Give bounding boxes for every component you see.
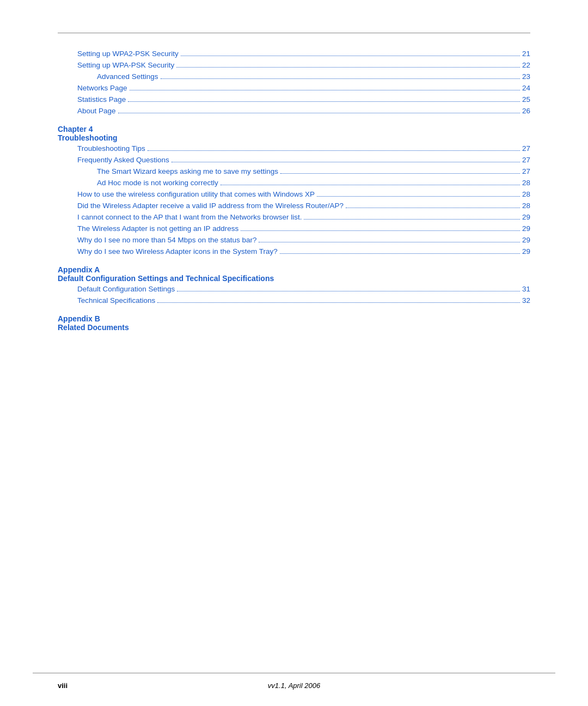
toc-entry-faq-valid-ip: Did the Wireless Adapter receive a valid… bbox=[58, 202, 530, 210]
toc-dots bbox=[118, 113, 520, 113]
toc-link-networks-page[interactable]: Networks Page bbox=[77, 84, 127, 92]
toc-section-appendixa: Default Configuration Settings 31 Techni… bbox=[58, 285, 530, 305]
chapter4-title: Troubleshooting bbox=[58, 133, 530, 142]
toc-link-advanced-settings[interactable]: Advanced Settings bbox=[97, 72, 158, 81]
toc-page-about-page: 26 bbox=[522, 107, 530, 115]
toc-link-faq-adhoc[interactable]: Ad Hoc mode is not working correctly bbox=[97, 179, 218, 187]
appendixa-heading: Appendix A Default Configuration Setting… bbox=[58, 265, 530, 283]
appendixb-label: Appendix B bbox=[58, 314, 530, 323]
toc-link-wpa-psk[interactable]: Setting up WPA-PSK Security bbox=[77, 61, 174, 69]
toc-entry-tech-specs: Technical Specifications 32 bbox=[58, 296, 530, 305]
toc-link-faq-two-icons[interactable]: Why do I see two Wireless Adapter icons … bbox=[77, 247, 278, 255]
appendixa-title: Default Configuration Settings and Techn… bbox=[58, 274, 530, 283]
toc-entry-default-config: Default Configuration Settings 31 bbox=[58, 285, 530, 293]
toc-link-default-config[interactable]: Default Configuration Settings bbox=[77, 285, 175, 293]
toc-dots bbox=[130, 90, 520, 90]
toc-page-faq-windows-xp: 28 bbox=[522, 190, 530, 198]
toc-page-faq-smart-wizard: 27 bbox=[522, 167, 530, 175]
toc-dots bbox=[346, 208, 520, 208]
toc-link-faq[interactable]: Frequently Asked Questions bbox=[77, 156, 169, 164]
toc-link-faq-no-ip[interactable]: The Wireless Adapter is not getting an I… bbox=[77, 224, 238, 233]
toc-entry-faq-smart-wizard: The Smart Wizard keeps asking me to save… bbox=[58, 167, 530, 175]
toc-entry-statistics-page: Statistics Page 25 bbox=[58, 95, 530, 104]
toc-page-troubleshooting-tips: 27 bbox=[522, 144, 530, 153]
toc-link-wpa2-psk[interactable]: Setting up WPA2-PSK Security bbox=[77, 50, 179, 58]
appendixa-label: Appendix A bbox=[58, 265, 530, 274]
toc-dots bbox=[171, 162, 520, 162]
toc-dots bbox=[220, 185, 520, 185]
toc-page-default-config: 31 bbox=[522, 285, 530, 293]
toc-entry-about-page: About Page 26 bbox=[58, 107, 530, 115]
toc-entry-wpa2-psk: Setting up WPA2-PSK Security 21 bbox=[58, 50, 530, 58]
toc-page-faq-ap-connect: 29 bbox=[522, 213, 530, 221]
toc-page-wpa-psk: 22 bbox=[522, 61, 530, 69]
toc-section-initial: Setting up WPA2-PSK Security 21 Setting … bbox=[58, 50, 530, 115]
toc-page-faq-adhoc: 28 bbox=[522, 179, 530, 187]
toc-page-advanced-settings: 23 bbox=[522, 72, 530, 81]
toc-page-wpa2-psk: 21 bbox=[522, 50, 530, 58]
toc-page-faq-two-icons: 29 bbox=[522, 247, 530, 255]
toc-link-faq-ap-connect[interactable]: I cannot connect to the AP that I want f… bbox=[77, 213, 302, 221]
toc-dots bbox=[128, 101, 520, 102]
toc-section-chapter4: Troubleshooting Tips 27 Frequently Asked… bbox=[58, 144, 530, 255]
toc-entry-faq-adhoc: Ad Hoc mode is not working correctly 28 bbox=[58, 179, 530, 187]
toc-page-statistics-page: 25 bbox=[522, 95, 530, 104]
top-rule bbox=[58, 33, 530, 33]
toc-page-faq-54mbps: 29 bbox=[522, 236, 530, 244]
appendixb-title: Related Documents bbox=[58, 323, 530, 332]
toc-dots bbox=[177, 291, 520, 291]
toc-dots bbox=[280, 253, 520, 254]
toc-dots bbox=[181, 56, 520, 56]
toc-link-tech-specs[interactable]: Technical Specifications bbox=[77, 296, 155, 305]
toc-entry-advanced-settings: Advanced Settings 23 bbox=[58, 72, 530, 81]
toc-link-faq-smart-wizard[interactable]: The Smart Wizard keeps asking me to save… bbox=[97, 167, 278, 175]
toc-page-networks-page: 24 bbox=[522, 84, 530, 92]
toc-entry-faq-windows-xp: How to use the wireless configuration ut… bbox=[58, 190, 530, 198]
toc-entry-faq: Frequently Asked Questions 27 bbox=[58, 156, 530, 164]
footer: viii vv1.1, April 2006 bbox=[58, 681, 530, 690]
toc-entry-faq-no-ip: The Wireless Adapter is not getting an I… bbox=[58, 224, 530, 233]
toc-entry-faq-ap-connect: I cannot connect to the AP that I want f… bbox=[58, 213, 530, 221]
toc-link-statistics-page[interactable]: Statistics Page bbox=[77, 95, 126, 104]
toc-dots bbox=[304, 219, 520, 220]
toc-entry-wpa-psk: Setting up WPA-PSK Security 22 bbox=[58, 61, 530, 69]
toc-dots bbox=[148, 150, 520, 151]
toc-page-tech-specs: 32 bbox=[522, 296, 530, 305]
toc-dots bbox=[241, 230, 520, 231]
toc-link-troubleshooting-tips[interactable]: Troubleshooting Tips bbox=[77, 144, 145, 153]
toc-page-faq: 27 bbox=[522, 156, 530, 164]
toc-dots bbox=[280, 173, 520, 174]
toc-dots bbox=[259, 242, 520, 242]
footer-version: vv1.1, April 2006 bbox=[268, 681, 320, 690]
chapter4-heading: Chapter 4 Troubleshooting bbox=[58, 125, 530, 142]
toc-page-faq-valid-ip: 28 bbox=[522, 202, 530, 210]
toc-link-about-page[interactable]: About Page bbox=[77, 107, 116, 115]
toc-entry-networks-page: Networks Page 24 bbox=[58, 84, 530, 92]
toc-entry-faq-54mbps: Why do I see no more than 54 Mbps on the… bbox=[58, 236, 530, 244]
toc-dots bbox=[176, 67, 520, 68]
toc-link-faq-54mbps[interactable]: Why do I see no more than 54 Mbps on the… bbox=[77, 236, 256, 244]
toc-link-faq-valid-ip[interactable]: Did the Wireless Adapter receive a valid… bbox=[77, 202, 344, 210]
page: Setting up WPA2-PSK Security 21 Setting … bbox=[0, 0, 588, 706]
toc-dots bbox=[161, 78, 520, 79]
toc-dots bbox=[157, 302, 520, 303]
appendixb-heading: Appendix B Related Documents bbox=[58, 314, 530, 332]
toc-entry-troubleshooting-tips: Troubleshooting Tips 27 bbox=[58, 144, 530, 153]
toc-link-faq-windows-xp[interactable]: How to use the wireless configuration ut… bbox=[77, 190, 315, 198]
toc-page-faq-no-ip: 29 bbox=[522, 224, 530, 233]
chapter4-label: Chapter 4 bbox=[58, 125, 530, 133]
toc-dots bbox=[317, 196, 520, 197]
bottom-rule bbox=[33, 673, 555, 673]
toc-entry-faq-two-icons: Why do I see two Wireless Adapter icons … bbox=[58, 247, 530, 255]
footer-page-number: viii bbox=[58, 681, 68, 690]
